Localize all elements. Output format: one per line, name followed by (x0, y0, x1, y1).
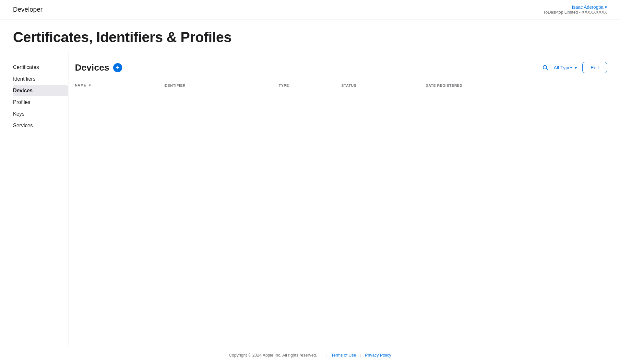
footer-divider-2: | (360, 353, 361, 358)
main-layout: Certificates Identifiers Devices Profile… (0, 52, 620, 346)
filter-chevron-icon: ▾ (575, 65, 577, 71)
col-type: TYPE (279, 80, 341, 91)
page-title-section: Certificates, Identifiers & Profiles (0, 19, 620, 52)
svg-line-1 (546, 69, 548, 70)
user-name-button[interactable]: Isaac Aderogba ▾ (543, 5, 607, 10)
logo: Developer (13, 6, 42, 13)
table-header: NAME ▾ IDENTIFIER TYPE STATUS DATE REGIS… (75, 80, 607, 91)
sidebar-item-identifiers[interactable]: Identifiers (13, 74, 68, 85)
user-name-text: Isaac Aderogba (572, 5, 603, 10)
search-icon (542, 64, 549, 71)
sidebar-item-devices[interactable]: Devices (13, 85, 68, 96)
site-header: Developer Isaac Aderogba ▾ ToDesktop Lim… (0, 0, 620, 19)
col-identifier: IDENTIFIER (164, 80, 279, 91)
content-header-actions: All Types ▾ Edit (542, 62, 607, 73)
col-name-label: NAME (75, 83, 86, 87)
privacy-policy-link[interactable]: Privacy Policy (365, 353, 391, 358)
user-menu: Isaac Aderogba ▾ ToDesktop Limited - XXX… (543, 5, 607, 15)
col-name-sort-icon: ▾ (89, 83, 91, 87)
filter-dropdown-button[interactable]: All Types ▾ (554, 65, 578, 71)
sidebar-item-certificates[interactable]: Certificates (13, 62, 68, 73)
search-button[interactable] (542, 64, 549, 71)
content-area: Devices + All Types ▾ Edit (68, 52, 620, 346)
sidebar-item-keys[interactable]: Keys (13, 108, 68, 119)
col-status: STATUS (341, 80, 426, 91)
filter-label: All Types (554, 65, 574, 70)
site-footer: Copyright © 2024 Apple Inc. All rights r… (0, 346, 620, 364)
user-org: ToDesktop Limited - XXXXXXXXX (543, 10, 607, 15)
sidebar-item-services[interactable]: Services (13, 120, 68, 131)
user-chevron-icon: ▾ (605, 5, 607, 10)
footer-divider: | (326, 353, 327, 358)
table-header-row: NAME ▾ IDENTIFIER TYPE STATUS DATE REGIS… (75, 80, 607, 91)
add-device-button[interactable]: + (113, 63, 122, 72)
terms-of-use-link[interactable]: Terms of Use (331, 353, 356, 358)
col-name[interactable]: NAME ▾ (75, 80, 164, 91)
edit-button[interactable]: Edit (582, 62, 607, 73)
sidebar: Certificates Identifiers Devices Profile… (0, 52, 68, 346)
col-date-registered: DATE REGISTERED (426, 80, 607, 91)
page-title: Certificates, Identifiers & Profiles (13, 29, 607, 45)
devices-table: NAME ▾ IDENTIFIER TYPE STATUS DATE REGIS… (75, 80, 607, 91)
footer-copyright: Copyright © 2024 Apple Inc. All rights r… (229, 353, 317, 358)
content-header: Devices + All Types ▾ Edit (75, 62, 607, 73)
content-title: Devices (75, 63, 109, 73)
sidebar-item-profiles[interactable]: Profiles (13, 97, 68, 108)
apple-logo-icon: Developer (13, 6, 42, 13)
content-title-group: Devices + (75, 63, 122, 73)
